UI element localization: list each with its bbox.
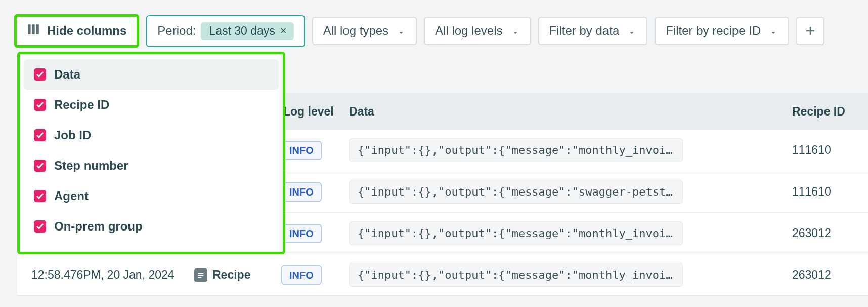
column-toggle-label: Data [54, 67, 80, 82]
period-filter[interactable]: Period: Last 30 days × [146, 15, 305, 47]
svg-rect-7 [198, 277, 202, 278]
hide-columns-button[interactable]: Hide columns [14, 14, 139, 48]
chevron-down-icon [511, 26, 520, 35]
cell-recipe-id: 111610 [792, 185, 868, 199]
column-toggle-label: Step number [54, 159, 128, 173]
level-badge: INFO [281, 141, 322, 160]
column-toggle-job-id[interactable]: Job ID [24, 120, 279, 150]
cell-recipe: Recipe [194, 268, 281, 282]
cell-data: {"input":{},"output":{"message":"monthly… [349, 138, 792, 162]
column-toggle-label: Job ID [54, 128, 91, 142]
log-levels-filter[interactable]: All log levels [424, 17, 531, 45]
column-toggle-step-number[interactable]: Step number [24, 150, 279, 181]
column-toggle-recipe-id[interactable]: Recipe ID [24, 90, 279, 120]
column-toggle-on-prem-group[interactable]: On-prem group [24, 211, 279, 242]
cell-level: INFO [281, 185, 349, 199]
cell-recipe-id: 111610 [792, 143, 868, 157]
chevron-down-icon [627, 26, 636, 35]
cell-level: INFO [281, 268, 349, 282]
header-recipe-id: Recipe ID [792, 105, 868, 119]
clear-period-icon[interactable]: × [280, 24, 287, 37]
period-chip[interactable]: Last 30 days × [201, 22, 293, 40]
checkbox-icon [34, 129, 46, 141]
level-badge: INFO [281, 265, 322, 285]
svg-rect-6 [198, 275, 204, 276]
hide-columns-label: Hide columns [47, 24, 126, 38]
header-data: Data [349, 105, 792, 119]
log-levels-label: All log levels [435, 24, 502, 38]
table-row[interactable]: 12:58.476PM, 20 Jan, 2024RecipeINFO{"inp… [17, 254, 868, 296]
recipe-icon [194, 268, 207, 282]
checkbox-icon [34, 99, 46, 111]
svg-rect-2 [36, 24, 38, 34]
period-value: Last 30 days [209, 24, 275, 38]
checkbox-icon [34, 190, 46, 202]
checkbox-icon [34, 68, 46, 81]
cell-data: {"input":{},"output":{"message":"monthly… [349, 263, 792, 287]
data-chip: {"input":{},"output":{"message":"swagger… [349, 180, 683, 204]
add-filter-button[interactable] [796, 17, 824, 45]
cell-data: {"input":{},"output":{"message":"monthly… [349, 221, 792, 245]
data-chip: {"input":{},"output":{"message":"monthly… [349, 221, 683, 245]
data-chip: {"input":{},"output":{"message":"monthly… [349, 138, 683, 162]
log-types-filter[interactable]: All log types [312, 17, 417, 45]
filter-by-data[interactable]: Filter by data [538, 17, 648, 45]
hide-columns-dropdown: DataRecipe IDJob IDStep numberAgentOn-pr… [17, 52, 285, 254]
level-badge: INFO [281, 224, 322, 243]
filter-by-recipe-id[interactable]: Filter by recipe ID [655, 17, 789, 45]
period-prefix: Period: [157, 24, 196, 38]
columns-icon [27, 23, 40, 39]
data-chip: {"input":{},"output":{"message":"monthly… [349, 263, 683, 287]
checkbox-icon [34, 220, 46, 233]
column-toggle-label: Recipe ID [54, 98, 109, 112]
column-toggle-data[interactable]: Data [24, 59, 279, 90]
cell-time: 12:58.476PM, 20 Jan, 2024 [17, 268, 194, 282]
column-toggle-agent[interactable]: Agent [24, 181, 279, 211]
chevron-down-icon [397, 26, 406, 35]
header-log-level: Log level [281, 105, 349, 119]
filter-by-data-label: Filter by data [549, 24, 620, 38]
filter-by-recipe-id-label: Filter by recipe ID [666, 24, 761, 38]
log-types-label: All log types [323, 24, 388, 38]
cell-level: INFO [281, 143, 349, 157]
column-toggle-label: Agent [54, 189, 89, 203]
checkbox-icon [34, 160, 46, 172]
column-toggle-label: On-prem group [54, 219, 143, 234]
chevron-down-icon [769, 26, 778, 35]
cell-recipe-id: 263012 [792, 268, 868, 282]
svg-rect-0 [28, 24, 30, 34]
plus-icon [804, 25, 816, 37]
svg-rect-1 [32, 24, 34, 34]
svg-rect-5 [198, 273, 204, 274]
cell-recipe-id: 263012 [792, 226, 868, 240]
cell-level: INFO [281, 226, 349, 240]
cell-data: {"input":{},"output":{"message":"swagger… [349, 180, 792, 204]
level-badge: INFO [281, 182, 322, 202]
